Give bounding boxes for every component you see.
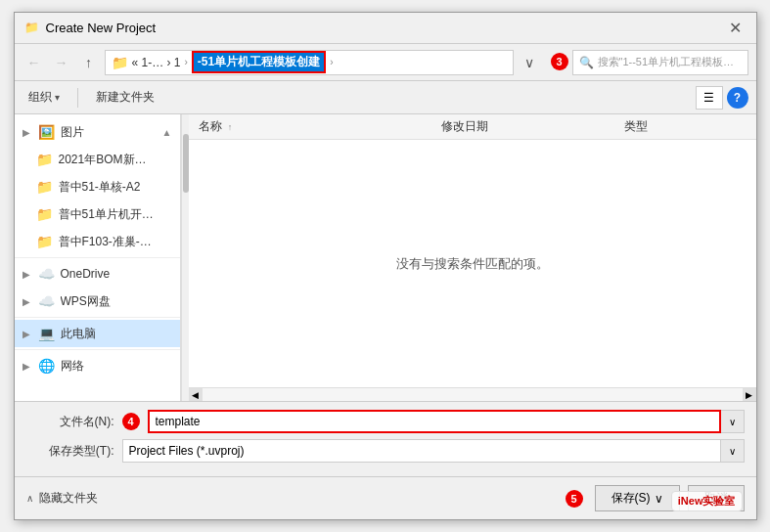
pu51a2-icon: 📁 — [36, 179, 53, 195]
filename-input-wrapper: ∨ — [148, 410, 745, 433]
sidebar-item-bom2021[interactable]: 📁 2021年BOM新… — [15, 146, 180, 173]
new-folder-button[interactable]: 新建文件夹 — [90, 87, 160, 108]
onedrive-icon: ☁️ — [38, 266, 55, 282]
sidebar: ▶ 🖼️ 图片 ▲ 📁 2021年BOM新… 📁 普中51-单核-A2 📁 普中… — [15, 114, 181, 401]
view-icon: ☰ — [703, 91, 714, 105]
sidebar-scrollbar[interactable] — [181, 114, 189, 401]
save-label: 保存(S) — [611, 490, 651, 507]
action-bar: ∧ 隐藏文件夹 5 保存(S) ∨ 取消 iNew实验室 — [15, 476, 756, 519]
sidebar-item-thispc[interactable]: ▶ 💻 此电脑 — [15, 320, 180, 347]
new-folder-label: 新建文件夹 — [96, 89, 155, 106]
dialog-icon: 📁 — [24, 21, 40, 36]
filetype-input[interactable] — [122, 439, 721, 463]
toolbar: 组织 ▾ 新建文件夹 ☰ ? — [15, 81, 756, 114]
sidebar-scroll-thumb — [183, 134, 189, 193]
back-button[interactable]: ← — [23, 51, 46, 74]
create-project-dialog: 📁 Create New Project ✕ ← → ↑ 📁 « 1-… › 1… — [14, 12, 757, 520]
save-dropdown-icon: ∨ — [655, 492, 663, 506]
col-date-label: 修改日期 — [441, 119, 488, 133]
sidebar-item-pu51a2[interactable]: 📁 普中51-单核-A2 — [15, 173, 180, 200]
view-button[interactable]: ☰ — [696, 86, 723, 110]
filetype-row: 保存类型(T): ∨ — [26, 439, 745, 463]
dropdown-arrow-icon: ∨ — [524, 55, 534, 70]
search-box[interactable]: 🔍 搜索"1--51单片机工程模板… — [572, 50, 748, 75]
breadcrumb-folder-icon: 📁 — [112, 55, 128, 70]
filetype-label: 保存类型(T): — [26, 443, 114, 460]
filetype-input-wrapper: ∨ — [122, 439, 745, 463]
step-4-badge: 4 — [122, 413, 140, 430]
breadcrumb-dropdown-button[interactable]: ∨ — [518, 51, 541, 74]
search-placeholder: 搜索"1--51单片机工程模板… — [598, 55, 735, 69]
col-type: 类型 — [624, 118, 746, 135]
expand-icon[interactable]: ∧ — [26, 493, 33, 504]
file-area: 名称 ↑ 修改日期 类型 没有与搜索条件匹配的项。 ◀ ▶ — [189, 114, 756, 401]
breadcrumb-dropdown-arrow: › — [330, 57, 333, 67]
col-name-label: 名称 — [199, 119, 222, 133]
sidebar-item-onedrive[interactable]: ▶ ☁️ OneDrive — [15, 260, 180, 288]
dialog-title: Create New Project — [46, 21, 157, 35]
save-button[interactable]: 保存(S) ∨ — [595, 485, 680, 511]
filename-row: 文件名(N): 4 ∨ — [26, 410, 745, 433]
col-name: 名称 ↑ — [199, 118, 442, 135]
sidebar-item-pu51open[interactable]: 📁 普中51单片机开… — [15, 200, 180, 228]
sidebar-item-network[interactable]: ▶ 🌐 网络 — [15, 352, 180, 379]
network-expand-icon: ▶ — [23, 361, 30, 372]
step-5-badge: 5 — [566, 490, 583, 508]
puf103-icon: 📁 — [36, 234, 53, 249]
forward-button[interactable]: → — [50, 51, 73, 74]
breadcrumb-separator: › — [185, 57, 188, 67]
sidebar-label-network: 网络 — [61, 358, 84, 375]
pu51open-icon: 📁 — [36, 206, 53, 222]
inews-label: iNew实验室 — [678, 495, 736, 507]
file-header: 名称 ↑ 修改日期 类型 — [189, 114, 756, 140]
h-scroll-right-button[interactable]: ▶ — [743, 388, 756, 402]
breadcrumb-bar[interactable]: 📁 « 1-… › 1 › -51单片机工程模板创建 › — [105, 50, 514, 75]
sidebar-label-thispc: 此电脑 — [61, 326, 96, 342]
sidebar-divider-1 — [15, 257, 180, 258]
filename-input[interactable] — [148, 410, 721, 433]
up-button[interactable]: ↑ — [77, 51, 101, 74]
hidden-files: ∧ 隐藏文件夹 — [26, 490, 98, 507]
organize-dropdown-icon: ▾ — [55, 92, 60, 103]
sidebar-label-puf103: 普中F103-准巢-… — [59, 234, 152, 250]
help-button[interactable]: ? — [727, 87, 748, 109]
organize-label: 组织 — [28, 89, 52, 106]
pictures-icon: 🖼️ — [38, 124, 55, 140]
filename-dropdown-button[interactable]: ∨ — [721, 410, 745, 433]
sidebar-item-pictures[interactable]: ▶ 🖼️ 图片 ▲ — [15, 118, 180, 146]
sidebar-item-wps[interactable]: ▶ ☁️ WPS网盘 — [15, 288, 180, 315]
hidden-files-label: 隐藏文件夹 — [39, 490, 98, 507]
h-scroll-left-button[interactable]: ◀ — [189, 388, 203, 402]
col-date: 修改日期 — [441, 118, 624, 135]
title-bar: 📁 Create New Project ✕ — [15, 13, 756, 44]
expand-icon: ▶ — [23, 127, 30, 138]
sidebar-label-pictures: 图片 — [61, 124, 84, 141]
h-scroll-track — [203, 388, 743, 402]
sidebar-label-pu51open: 普中51单片机开… — [59, 206, 154, 223]
wps-icon: ☁️ — [38, 293, 55, 309]
forward-icon: → — [55, 55, 68, 70]
sidebar-label-bom2021: 2021年BOM新… — [59, 152, 147, 168]
breadcrumb-active[interactable]: -51单片机工程模板创建 — [192, 51, 326, 73]
onedrive-expand-icon: ▶ — [23, 269, 30, 280]
breadcrumb-prev: « 1-… › 1 — [132, 56, 181, 69]
filetype-dropdown-button[interactable]: ∨ — [721, 439, 745, 463]
search-icon: 🔍 — [579, 56, 594, 69]
back-icon: ← — [27, 55, 41, 70]
toolbar-separator — [77, 88, 78, 108]
close-button[interactable]: ✕ — [725, 18, 747, 39]
title-bar-left: 📁 Create New Project — [24, 21, 157, 36]
col-type-label: 类型 — [624, 119, 648, 133]
sidebar-divider-2 — [15, 317, 180, 318]
address-bar: ← → ↑ 📁 « 1-… › 1 › -51单片机工程模板创建 › ∨ ↺ 🔍… — [15, 44, 756, 81]
form-area: 文件名(N): 4 ∨ 保存类型(T): ∨ — [15, 401, 756, 476]
sidebar-item-puf103[interactable]: 📁 普中F103-准巢-… — [15, 228, 180, 255]
inews-watermark: iNew实验室 — [671, 491, 743, 511]
filename-label: 文件名(N): — [26, 414, 114, 430]
thispc-icon: 💻 — [38, 326, 55, 341]
step-3-badge: 3 — [551, 53, 568, 70]
organize-button[interactable]: 组织 ▾ — [23, 87, 66, 108]
horizontal-scrollbar[interactable]: ◀ ▶ — [189, 387, 756, 401]
scroll-up-icon: ▲ — [162, 127, 172, 138]
up-icon: ↑ — [85, 55, 92, 70]
